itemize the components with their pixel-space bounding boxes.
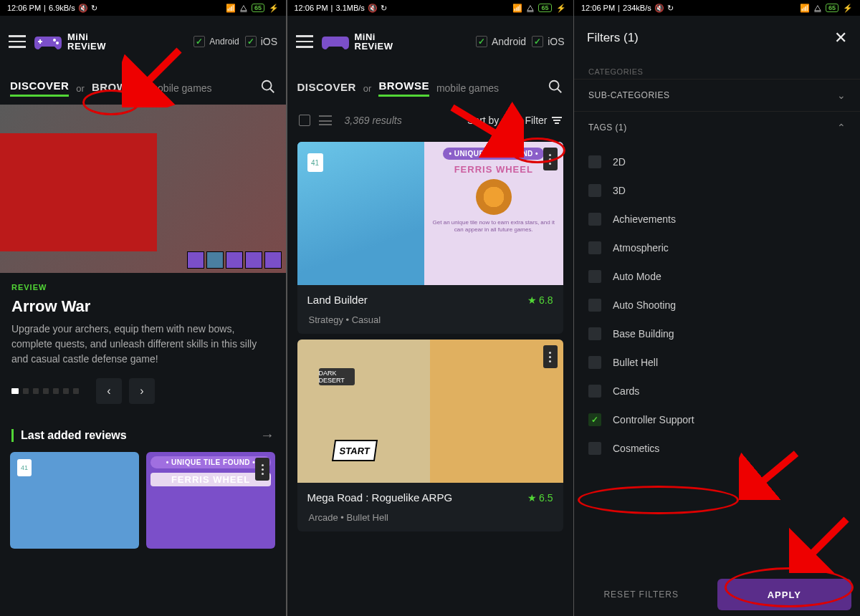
tag-item[interactable]: Controller Support — [588, 405, 846, 434]
thumb-item[interactable]: • UNIQUE TILE FOUND • FERRIS WHEEL — [146, 452, 275, 549]
annotation-arrow — [789, 516, 854, 573]
status-net: 234kB/s — [623, 4, 651, 12]
more-button[interactable] — [543, 148, 558, 170]
signal-icon: 📶 — [226, 4, 236, 13]
nav-discover[interactable]: DISCOVER — [10, 80, 69, 97]
reset-filters-button[interactable]: RESET FILTERS — [574, 573, 709, 616]
game-tags: Arcade • Bullet Hell — [297, 512, 563, 531]
logo[interactable]: MiNiREViEW — [320, 31, 393, 52]
checkbox-icon — [588, 299, 601, 312]
more-button[interactable] — [255, 458, 269, 481]
nav-browse[interactable]: BROWSE — [92, 81, 143, 96]
tag-item[interactable]: Base Building — [588, 319, 846, 348]
nav-discover[interactable]: DISCOVER — [297, 81, 356, 96]
nav-sep: or — [363, 83, 372, 94]
search-button[interactable] — [548, 79, 563, 97]
menu-button[interactable] — [9, 35, 26, 48]
tag-item[interactable]: Atmospheric — [588, 234, 846, 262]
nav-bar: DISCOVER or BROWSE mobile games — [0, 67, 286, 105]
game-rating: 6.8 — [527, 294, 553, 306]
tag-item[interactable]: Achievements — [588, 205, 846, 234]
section-header[interactable]: Last added reviews → — [0, 408, 286, 452]
battery-icon: 65 — [538, 4, 551, 12]
tag-item[interactable]: Auto Shooting — [588, 291, 846, 319]
wifi-icon: ⧋ — [814, 4, 821, 13]
nav-sep: or — [76, 83, 85, 94]
page-dots — [11, 388, 79, 394]
more-button[interactable] — [543, 345, 558, 368]
tag-label: Controller Support — [613, 414, 694, 425]
wifi-icon: ⧋ — [240, 4, 247, 13]
filters-footer: RESET FILTERS APPLY — [574, 573, 860, 616]
menu-button[interactable] — [296, 35, 313, 48]
checkbox-icon — [588, 184, 601, 197]
signal-icon: 📶 — [512, 4, 522, 13]
charge-icon: ⚡ — [556, 4, 566, 13]
svg-point-5 — [549, 81, 558, 90]
svg-line-6 — [557, 89, 561, 93]
status-time: 12:06 PM — [581, 4, 615, 12]
tag-label: Cards — [613, 385, 639, 397]
tag-label: 3D — [613, 185, 626, 196]
tag-label: Atmospheric — [613, 242, 669, 254]
nav-browse[interactable]: BROWSE — [378, 80, 429, 97]
tile-label: FERRIS WHEEL — [454, 164, 533, 175]
signal-icon: 📶 — [800, 4, 810, 13]
tag-label: Achievements — [613, 213, 676, 225]
apply-button[interactable]: APPLY — [717, 579, 852, 610]
tile-sub: Get an unique tile now to earn extra sta… — [430, 219, 558, 234]
next-button[interactable]: › — [129, 378, 155, 404]
filter-button[interactable]: Filter — [525, 115, 561, 126]
filter-section-tags[interactable]: TAGS (1)⌃ — [574, 112, 860, 143]
close-button[interactable]: ✕ — [834, 29, 847, 47]
filter-section-subcategories[interactable]: SUB-CATEGORIES⌄ — [574, 80, 860, 112]
tag-item[interactable]: 2D — [588, 148, 846, 176]
wifi-icon: ⧋ — [527, 4, 534, 13]
sync-icon: ↻ — [91, 4, 97, 13]
game-card[interactable]: 41 • UNIQUE TILE FOUND • FERRIS WHEEL Ge… — [297, 142, 563, 334]
tag-item[interactable]: Bullet Hell — [588, 348, 846, 377]
chevron-down-icon: ⌄ — [837, 90, 846, 101]
status-net: 3.1MB/s — [335, 4, 364, 12]
results-count: 3,369 results — [345, 115, 402, 126]
tag-item[interactable]: Cards — [588, 377, 846, 405]
tag-item[interactable]: Auto Mode — [588, 262, 846, 291]
filter-icon — [552, 117, 562, 124]
filter-section-categories[interactable]: CATEGORIES — [574, 60, 860, 79]
platform-android-toggle[interactable]: Android — [476, 36, 526, 47]
filters-header: Filters (1) ✕ — [574, 16, 860, 60]
search-button[interactable] — [260, 79, 276, 97]
nav-subtitle: mobile games — [149, 82, 211, 94]
platform-ios-toggle[interactable]: iOS — [532, 36, 564, 47]
platform-android-toggle[interactable]: Android — [194, 36, 239, 47]
logo[interactable]: MiNi REViEW — [33, 31, 106, 52]
prev-button[interactable]: ‹ — [96, 378, 122, 404]
list-controls: 3,369 results Sort by ⌄ Filter — [287, 105, 573, 136]
game-card[interactable]: DARK DESERT START Mega Road : Roguelike … — [297, 340, 563, 531]
tile-badge: • UNIQUE TILE FOUND • — [150, 456, 271, 468]
featured-image[interactable] — [0, 105, 286, 273]
view-toggle[interactable] — [319, 115, 332, 125]
logo-icon — [33, 31, 63, 52]
sort-button[interactable]: Sort by ⌄ — [467, 115, 510, 126]
tag-item[interactable]: 3D — [588, 176, 846, 205]
charge-icon: ⚡ — [843, 4, 853, 13]
review-tag: REVIEW — [11, 283, 274, 292]
status-time: 12:06 PM — [295, 4, 328, 12]
tag-item[interactable]: Cosmetics — [588, 434, 846, 463]
thumb-item[interactable]: 41 — [10, 452, 139, 549]
sync-icon: ↻ — [667, 4, 674, 13]
status-bar: 12:06 PM| 3.1MB/s 🔇 ↻ 📶 ⧋ 65 ⚡ — [287, 0, 573, 16]
svg-line-3 — [270, 89, 274, 93]
platform-ios-toggle[interactable]: iOS — [245, 36, 277, 47]
status-time: 12:06 PM — [7, 4, 41, 12]
featured-desc: Upgrade your archers, equip them with ne… — [11, 322, 274, 367]
select-all-checkbox[interactable] — [299, 115, 310, 126]
sync-icon: ↻ — [381, 4, 387, 13]
checkbox-icon — [588, 413, 601, 426]
checkbox-icon — [588, 155, 601, 168]
game-image: 41 • UNIQUE TILE FOUND • FERRIS WHEEL Ge… — [297, 142, 563, 285]
featured-title[interactable]: Arrow War — [11, 297, 274, 316]
nav-bar: DISCOVER or BROWSE mobile games — [287, 67, 573, 105]
annotation-circle — [578, 486, 739, 514]
